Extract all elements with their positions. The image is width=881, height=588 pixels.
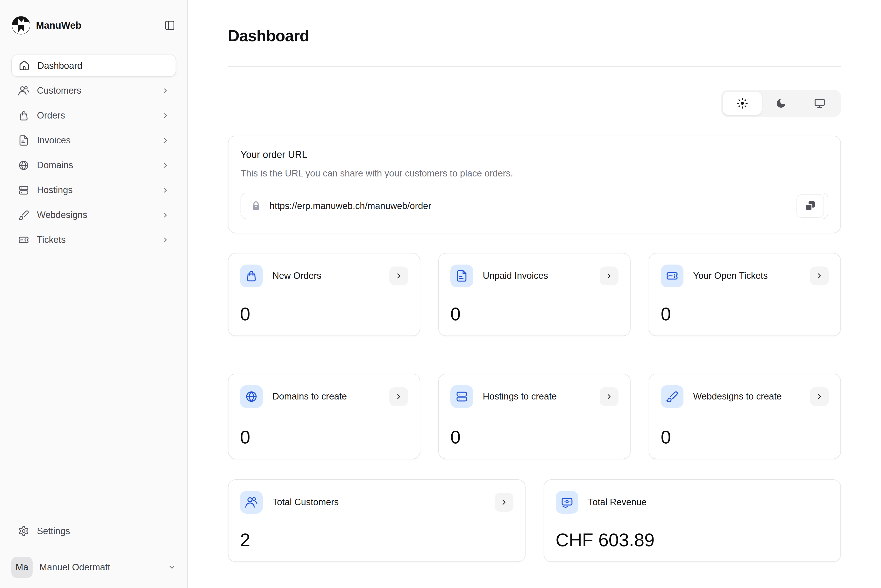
- sidebar-item-label: Domains: [37, 160, 73, 170]
- stat-label: Domains to create: [272, 390, 347, 403]
- order-url-description: This is the URL you can share with your …: [241, 168, 828, 178]
- stat-card-domains-to-create: Domains to create 0: [228, 374, 420, 459]
- sidebar-item-orders[interactable]: Orders: [11, 103, 176, 128]
- globe-icon: [18, 160, 29, 171]
- sidebar-item-label: Webdesigns: [37, 210, 87, 220]
- chevron-right-icon: [162, 211, 169, 219]
- stat-card-unpaid-invoices: Unpaid Invoices 0: [438, 253, 631, 336]
- sidebar-item-invoices[interactable]: Invoices: [11, 128, 176, 153]
- icon-tile: [240, 264, 263, 287]
- sidebar-footer: Settings Ma Manuel Odermatt: [11, 519, 176, 579]
- sidebar-item-settings[interactable]: Settings: [11, 519, 176, 543]
- chevron-right-icon: [815, 272, 824, 280]
- icon-tile: [450, 264, 473, 287]
- sidebar: ManuWeb Dashboard Customers Orders Invoi…: [0, 0, 188, 588]
- stat-label: Hostings to create: [483, 390, 557, 403]
- user-section: Ma Manuel Odermatt: [0, 549, 187, 579]
- stat-value: 0: [661, 426, 829, 447]
- theme-system-button[interactable]: [800, 92, 839, 115]
- icon-tile: [661, 264, 684, 287]
- stat-value: 0: [450, 303, 618, 324]
- avatar: Ma: [11, 556, 33, 578]
- settings-label: Settings: [37, 526, 70, 536]
- sidebar-collapse-button[interactable]: [164, 19, 176, 32]
- sidebar-item-domains[interactable]: Domains: [11, 153, 176, 178]
- stat-card-total-customers: Total Customers 2: [228, 479, 526, 562]
- sidebar-item-label: Dashboard: [38, 61, 82, 71]
- lock-icon: [251, 201, 261, 211]
- icon-tile: [661, 385, 684, 408]
- shopping-bag-icon: [245, 270, 258, 282]
- stat-value: 2: [240, 530, 513, 550]
- house-icon: [19, 60, 30, 71]
- page-title: Dashboard: [228, 27, 841, 45]
- stat-value: 0: [240, 303, 408, 324]
- stat-label: Total Customers: [272, 496, 339, 508]
- stat-card-hostings-to-create: Hostings to create 0: [438, 374, 631, 459]
- icon-tile: [450, 385, 473, 408]
- chevron-right-icon: [162, 236, 169, 244]
- ticket-icon: [666, 270, 678, 282]
- users-icon: [245, 496, 258, 508]
- order-url-card: Your order URL This is the URL you can s…: [228, 136, 841, 233]
- sidebar-nav: Customers Orders Invoices Domains Hostin…: [11, 78, 176, 252]
- shopping-bag-icon: [18, 110, 29, 121]
- theme-dark-button[interactable]: [762, 92, 800, 115]
- open-hostings-button[interactable]: [600, 387, 618, 406]
- paintbrush-icon: [666, 390, 678, 403]
- moon-icon: [775, 98, 787, 109]
- order-url-title: Your order URL: [241, 149, 828, 160]
- sidebar-header: ManuWeb: [11, 15, 176, 35]
- open-unpaid-invoices-button[interactable]: [600, 267, 618, 285]
- stat-card-open-tickets: Your Open Tickets 0: [649, 253, 841, 336]
- open-tickets-button[interactable]: [810, 267, 829, 285]
- stat-label: Your Open Tickets: [693, 270, 768, 282]
- sidebar-item-dashboard[interactable]: Dashboard: [11, 54, 176, 77]
- theme-light-button[interactable]: [723, 92, 762, 115]
- chevron-down-icon: [168, 563, 176, 572]
- order-url-field[interactable]: https://erp.manuweb.ch/manuweb/order: [241, 193, 828, 219]
- sidebar-item-tickets[interactable]: Tickets: [11, 227, 176, 252]
- users-icon: [18, 85, 29, 96]
- stat-label: Webdesigns to create: [693, 390, 782, 403]
- chevron-right-icon: [162, 162, 169, 169]
- sidebar-item-label: Tickets: [37, 235, 66, 245]
- stat-value: 0: [661, 303, 829, 324]
- main-area: Dashboard Your order URL This is the URL…: [188, 0, 881, 588]
- user-name: Manuel Odermatt: [39, 562, 110, 573]
- sidebar-item-label: Orders: [37, 110, 65, 121]
- chevron-right-icon: [815, 393, 824, 401]
- manuweb-logo: [11, 16, 31, 35]
- chevron-right-icon: [605, 393, 613, 401]
- user-menu[interactable]: Ma Manuel Odermatt: [11, 556, 176, 578]
- chevron-right-icon: [162, 186, 169, 194]
- open-customers-button[interactable]: [495, 493, 513, 512]
- icon-tile: [240, 491, 263, 514]
- brand-name: ManuWeb: [36, 20, 81, 31]
- icon-tile: [240, 385, 263, 408]
- sidebar-item-webdesigns[interactable]: Webdesigns: [11, 202, 176, 227]
- sidebar-item-label: Hostings: [37, 185, 73, 195]
- chevron-right-icon: [605, 272, 613, 280]
- copy-icon: [804, 200, 816, 212]
- chevron-right-icon: [162, 87, 169, 94]
- sun-icon: [737, 98, 748, 109]
- copy-url-button[interactable]: [797, 194, 824, 218]
- avatar-initials: Ma: [16, 562, 29, 573]
- open-webdesigns-button[interactable]: [810, 387, 829, 406]
- sidebar-item-hostings[interactable]: Hostings: [11, 178, 176, 202]
- open-new-orders-button[interactable]: [389, 267, 408, 285]
- stat-label: Total Revenue: [588, 496, 647, 508]
- banknote-icon: [561, 496, 573, 508]
- file-text-icon: [456, 270, 468, 282]
- stat-card-new-orders: New Orders 0: [228, 253, 420, 336]
- header-divider: [228, 66, 841, 67]
- chevron-right-icon: [395, 272, 403, 280]
- ticket-icon: [18, 234, 29, 246]
- chevron-right-icon: [162, 136, 169, 144]
- sidebar-item-customers[interactable]: Customers: [11, 78, 176, 103]
- open-domains-button[interactable]: [389, 387, 408, 406]
- stat-value: CHF 603.89: [556, 530, 829, 550]
- sidebar-item-label: Invoices: [37, 135, 71, 146]
- stat-card-total-revenue: Total Revenue CHF 603.89: [544, 479, 841, 562]
